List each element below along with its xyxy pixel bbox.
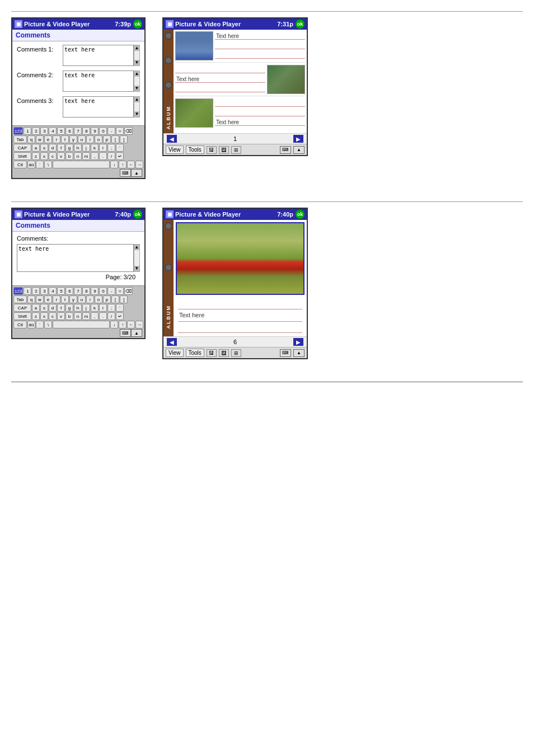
kb-right[interactable]: →: [135, 161, 143, 168]
kb-bl-slash[interactable]: /: [107, 312, 115, 320]
toolbar-grid-icon-br[interactable]: ⊞: [231, 349, 241, 357]
kb-icon-up[interactable]: ▲: [131, 169, 142, 177]
kb-bl-n[interactable]: n: [74, 312, 82, 320]
kb-bl-icon-keyboard[interactable]: ⌨: [120, 329, 131, 337]
album-prev-br[interactable]: ◀: [167, 338, 177, 346]
kb-bl-7[interactable]: 7: [74, 287, 82, 295]
kb-bl-v[interactable]: v: [57, 312, 65, 320]
kb-bl-tab[interactable]: Tab: [13, 295, 27, 303]
scroll-down-2[interactable]: ▼: [134, 86, 139, 91]
kb-lbracket[interactable]: [: [111, 135, 119, 143]
comment-input-1[interactable]: text here: [63, 45, 134, 66]
top-right-ok[interactable]: ok: [296, 20, 305, 29]
scrollbar-2[interactable]: ▲ ▼: [134, 71, 140, 92]
kb-1[interactable]: 1: [24, 127, 31, 135]
kb-bl-q[interactable]: q: [27, 295, 35, 303]
kb-123[interactable]: 123: [13, 127, 23, 135]
kb-bl-y[interactable]: y: [69, 295, 77, 303]
kb-x[interactable]: x: [40, 152, 48, 160]
kb-enter[interactable]: ↵: [116, 152, 124, 160]
kb-shift[interactable]: Shift: [13, 152, 31, 160]
kb-bl-5[interactable]: 5: [57, 287, 65, 295]
kb-bl-d[interactable]: d: [49, 304, 57, 312]
kb-bl-2[interactable]: 2: [32, 287, 40, 295]
album-prev-tr[interactable]: ◀: [167, 135, 177, 143]
kb-j[interactable]: j: [82, 144, 90, 152]
scroll-up-1[interactable]: ▲: [134, 45, 139, 51]
scroll-up-3[interactable]: ▲: [134, 97, 139, 102]
toolbar-up-icon-br[interactable]: ▲: [293, 349, 305, 357]
kb-up[interactable]: ↑: [119, 161, 127, 168]
kb-bl-ctl[interactable]: Ctl: [13, 321, 27, 328]
bottom-right-ok[interactable]: ok: [296, 210, 305, 219]
kb-5[interactable]: 5: [57, 127, 65, 135]
kb-h[interactable]: h: [74, 144, 82, 152]
bottom-left-comment-input[interactable]: text here: [17, 244, 134, 272]
kb-bl-p[interactable]: p: [103, 295, 111, 303]
kb-bl-0[interactable]: 0: [99, 287, 107, 295]
kb-bl-space[interactable]: [53, 321, 110, 328]
kb-bl-down[interactable]: ↓: [110, 321, 118, 328]
kb-c[interactable]: c: [49, 152, 57, 160]
kb-bl-w[interactable]: w: [36, 295, 44, 303]
kb-bl-up[interactable]: ↑: [119, 321, 127, 328]
kb-bl-z[interactable]: z: [32, 312, 40, 320]
bottom-left-ok[interactable]: ok: [133, 210, 142, 219]
kb-u[interactable]: u: [78, 135, 86, 143]
album-next-tr[interactable]: ▶: [293, 135, 303, 143]
scroll-down-bl[interactable]: ▼: [134, 266, 139, 271]
kb-bl-1[interactable]: 1: [24, 287, 31, 295]
toolbar-view-tr[interactable]: View: [166, 145, 184, 154]
kb-t[interactable]: t: [61, 135, 69, 143]
kb-bl-f[interactable]: f: [57, 304, 65, 312]
kb-bl-minus[interactable]: -: [107, 287, 115, 295]
kb-bl-l[interactable]: l: [99, 304, 107, 312]
kb-f[interactable]: f: [57, 144, 65, 152]
kb-equals[interactable]: =: [116, 127, 124, 135]
kb-2[interactable]: 2: [32, 127, 40, 135]
kb-semicolon[interactable]: ;: [107, 144, 115, 152]
kb-7[interactable]: 7: [74, 127, 82, 135]
kb-bl-semicolon[interactable]: ;: [107, 304, 115, 312]
toolbar-up-icon-tr[interactable]: ▲: [293, 146, 305, 154]
kb-q[interactable]: q: [27, 135, 35, 143]
kb-rbracket[interactable]: ]: [120, 135, 128, 143]
kb-v[interactable]: v: [57, 152, 65, 160]
kb-quote[interactable]: ': [116, 144, 124, 152]
kb-9[interactable]: 9: [91, 127, 99, 135]
kb-bl-a[interactable]: a: [32, 304, 40, 312]
kb-bl-cap[interactable]: CAP: [13, 304, 31, 312]
kb-bl-o[interactable]: o: [95, 295, 102, 303]
scroll-up-bl[interactable]: ▲: [134, 245, 139, 250]
top-left-ok[interactable]: ok: [133, 20, 142, 29]
kb-bl-backslash[interactable]: \: [44, 321, 52, 328]
kb-backspace[interactable]: ⌫: [124, 127, 133, 135]
kb-tab[interactable]: Tab: [13, 135, 27, 143]
kb-i[interactable]: i: [86, 135, 94, 143]
kb-bl-equals[interactable]: =: [116, 287, 124, 295]
kb-period[interactable]: .: [99, 152, 107, 160]
kb-n[interactable]: n: [74, 152, 82, 160]
kb-bl-u[interactable]: u: [78, 295, 86, 303]
scroll-down-3[interactable]: ▼: [134, 111, 139, 117]
kb-bl-shift[interactable]: Shift: [13, 312, 31, 320]
kb-bl-r[interactable]: r: [53, 295, 60, 303]
kb-s[interactable]: s: [40, 144, 48, 152]
kb-minus[interactable]: -: [107, 127, 115, 135]
kb-bl-e[interactable]: e: [44, 295, 52, 303]
kb-b[interactable]: b: [65, 152, 73, 160]
kb-0[interactable]: 0: [99, 127, 107, 135]
kb-bl-8[interactable]: 8: [82, 287, 90, 295]
kb-e[interactable]: e: [44, 135, 52, 143]
kb-space[interactable]: [53, 161, 110, 168]
kb-auu[interactable]: áü: [27, 161, 35, 168]
kb-ctl[interactable]: Ctl: [13, 161, 27, 168]
kb-bl-left[interactable]: ←: [127, 321, 135, 328]
kb-bl-period[interactable]: .: [99, 312, 107, 320]
kb-bl-t[interactable]: t: [61, 295, 69, 303]
scrollbar-bl[interactable]: ▲ ▼: [134, 244, 140, 272]
kb-y[interactable]: y: [69, 135, 77, 143]
kb-icon-keyboard[interactable]: ⌨: [120, 169, 131, 177]
kb-a[interactable]: a: [32, 144, 40, 152]
toolbar-save-icon-br[interactable]: 🖫: [207, 349, 217, 357]
